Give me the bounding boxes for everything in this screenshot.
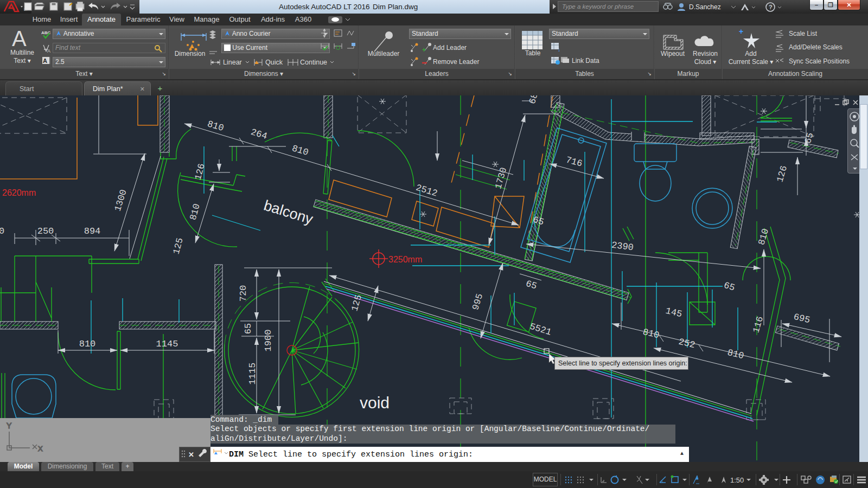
svg-text:65: 65	[243, 323, 253, 334]
svg-text:995: 995	[470, 292, 485, 311]
svg-text:1:50: 1:50	[730, 476, 744, 484]
svg-text:145: 145	[665, 306, 683, 319]
svg-text:252: 252	[678, 337, 696, 350]
svg-text:✕: ✕	[188, 451, 194, 459]
svg-text:5521: 5521	[528, 322, 553, 338]
svg-text:810: 810	[79, 339, 96, 349]
svg-text:2390: 2390	[611, 240, 634, 253]
svg-text:695: 695	[793, 312, 811, 325]
svg-text:125: 125	[349, 293, 364, 312]
svg-text:A: A	[47, 48, 50, 54]
svg-text:1300: 1300	[113, 188, 129, 213]
svg-text:A: A	[12, 27, 27, 48]
svg-text:Y: Y	[7, 421, 12, 430]
svg-text:3250mm: 3250mm	[388, 255, 422, 264]
svg-text:65: 65	[723, 280, 736, 293]
svg-text:X: X	[38, 445, 43, 453]
svg-text:balcony: balcony	[262, 197, 315, 227]
svg-text:0: 0	[0, 226, 4, 236]
svg-text:810: 810	[188, 203, 202, 221]
svg-text:716: 716	[565, 155, 583, 169]
svg-text:126: 126	[193, 163, 207, 181]
svg-text:810: 810	[726, 348, 745, 361]
svg-text:65: 65	[803, 131, 816, 145]
svg-text:810: 810	[642, 327, 660, 341]
svg-text:2512: 2512	[414, 183, 439, 199]
svg-text:1115: 1115	[247, 363, 258, 385]
svg-text:68: 68	[527, 95, 540, 105]
svg-text:void: void	[360, 394, 390, 412]
svg-text:D.Sanchez: D.Sanchez	[689, 3, 721, 11]
svg-text:810: 810	[291, 143, 310, 158]
svg-text:264: 264	[250, 127, 269, 142]
svg-text:116: 116	[751, 315, 765, 334]
svg-text:Quick: Quick	[265, 59, 283, 66]
svg-text:ABC: ABC	[41, 30, 51, 35]
svg-text:+: +	[739, 28, 743, 36]
svg-text:65: 65	[525, 279, 538, 292]
svg-text:1900: 1900	[263, 330, 273, 352]
svg-text:A: A	[43, 57, 47, 64]
svg-text:+: +	[422, 46, 426, 54]
svg-text:720: 720	[238, 285, 248, 302]
svg-text:126: 126	[775, 164, 789, 183]
svg-text:894: 894	[84, 226, 101, 236]
svg-text:?: ?	[769, 4, 773, 10]
svg-text:125: 125	[171, 237, 186, 255]
svg-text:↓: ↓	[558, 47, 560, 53]
svg-text:1145: 1145	[156, 339, 178, 349]
svg-text:250: 250	[37, 226, 54, 236]
svg-text:Linear: Linear	[223, 59, 242, 66]
svg-text:2620mm: 2620mm	[2, 188, 36, 197]
svg-text:Continue: Continue	[300, 59, 327, 66]
